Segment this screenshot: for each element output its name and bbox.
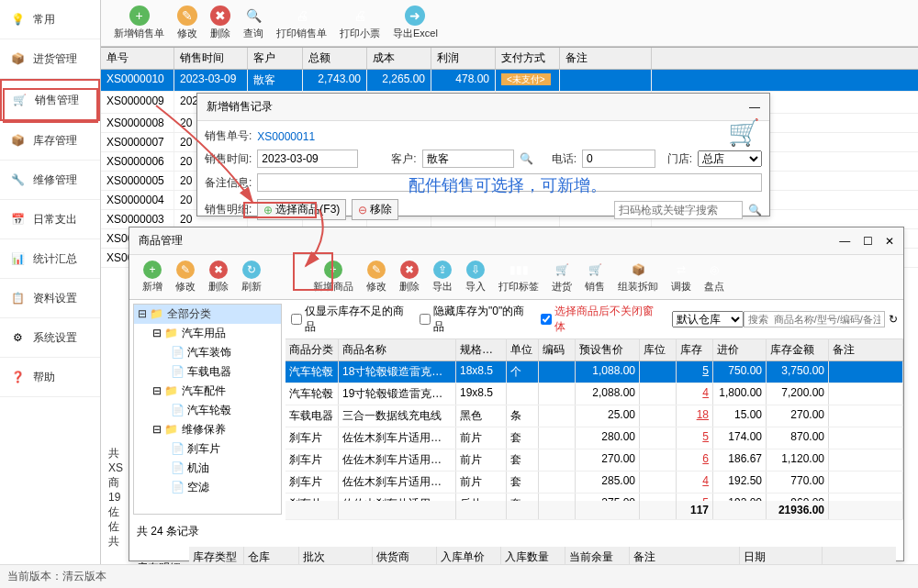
toolbar-查询[interactable]: 🔍查询 — [238, 4, 269, 42]
store-label: 门店: — [667, 151, 692, 167]
product-row[interactable]: 刹车片佐佐木刹车片适用于丰...前片套280.005174.00870.00 — [285, 427, 903, 449]
prod-tb-新增商品[interactable]: +新增商品 — [308, 259, 359, 295]
prod-tb-导入[interactable]: ⇩导入 — [460, 259, 491, 295]
tree-node[interactable]: ⊟ 📁 汽车用品 — [134, 324, 281, 343]
col-header[interactable]: 利润 — [431, 48, 496, 69]
toolbar-icon: ⇪ — [433, 261, 452, 279]
prod-tb-刷新[interactable]: ↻刷新 — [236, 259, 267, 295]
toolbar-导出Excel[interactable]: ➜导出Excel — [387, 4, 443, 42]
prod-tb-打印标签[interactable]: ▮▮▮打印标签 — [493, 259, 544, 295]
col-header[interactable]: 商品名称 — [339, 339, 456, 361]
prod-tb-修改[interactable]: ✎修改 — [361, 259, 392, 295]
toolbar-icon: ⇩ — [466, 261, 485, 279]
col-header[interactable]: 库位 — [640, 339, 677, 361]
col-header[interactable]: 库存 — [677, 339, 713, 361]
col-header[interactable]: 总额 — [303, 48, 367, 69]
product-row[interactable]: 刹车片佐佐木刹车片适用于大...前片套285.004192.50770.00 — [285, 472, 903, 494]
prod-tb-组装拆卸[interactable]: 📦组装拆卸 — [612, 259, 664, 295]
opt-hide-zero[interactable]: 隐藏库存为"0"的商品 — [420, 304, 532, 335]
refresh-icon[interactable]: ↻ — [889, 313, 898, 326]
opt-keep-open[interactable]: 选择商品后不关闭窗体 — [541, 304, 660, 335]
product-row[interactable]: 汽车轮毂18寸轮毂锻造雷克萨斯...18x8.5个1,088.005750.00… — [285, 361, 903, 383]
close-icon[interactable]: ✕ — [885, 235, 894, 248]
col-header[interactable]: 单位 — [507, 339, 539, 361]
toolbar-修改[interactable]: ✎修改 — [172, 4, 203, 42]
barcode-search-input[interactable] — [614, 201, 743, 219]
col-header[interactable]: 库存金额 — [767, 339, 829, 361]
tree-leaf[interactable]: 📄 刹车片 — [134, 439, 281, 459]
sidebar-item-3[interactable]: 📦库存管理 — [0, 121, 100, 161]
sidebar-item-4[interactable]: 🔧维修管理 — [0, 161, 100, 200]
col-header[interactable]: 预设售价 — [576, 339, 640, 361]
col-header[interactable]: 进价 — [713, 339, 767, 361]
toolbar-icon: + — [143, 261, 162, 279]
tree-leaf[interactable]: 📄 车载电器 — [134, 362, 281, 382]
tree-node[interactable]: ⊟ 📁 维修保养 — [134, 420, 281, 439]
col-header[interactable]: 规格型号 — [456, 339, 507, 361]
col-header[interactable]: 支付方式 — [496, 48, 560, 69]
search-icon[interactable]: 🔍 — [520, 152, 533, 165]
record-count: 共 24 条记录 — [137, 524, 199, 539]
tree-root[interactable]: ⊟ 📁 全部分类 — [134, 305, 281, 324]
product-row[interactable]: 刹车片佐佐木刹车片适用于丰...前片套270.006186.671,120.00 — [285, 449, 903, 472]
sidebar-item-2[interactable]: 🛒销售管理 — [0, 79, 100, 121]
tree-leaf[interactable]: 📄 机油 — [134, 459, 281, 478]
toolbar-icon: + — [324, 261, 342, 279]
sales-time-label: 销售时间: — [205, 151, 252, 167]
col-header[interactable]: 编码 — [539, 339, 576, 361]
customer-input[interactable] — [422, 150, 514, 168]
minimize-icon[interactable]: — — [749, 101, 760, 114]
warehouse-select[interactable]: 默认仓库 — [672, 311, 743, 327]
pick-product-button[interactable]: ⊕ 选择商品(F3) — [257, 199, 346, 220]
tree-leaf[interactable]: 📄 空滤 — [134, 478, 281, 497]
tel-input[interactable] — [582, 150, 655, 168]
product-row[interactable]: 汽车轮毂19寸轮毂锻造雷克萨斯...19x8.52,088.0041,800.0… — [285, 383, 903, 405]
prod-tb-删除[interactable]: ✖删除 — [394, 259, 425, 295]
opt-low-stock[interactable]: 仅显示库存不足的商品 — [291, 304, 410, 335]
store-select[interactable]: 总店 — [698, 150, 762, 167]
product-search-input[interactable] — [744, 311, 885, 327]
prod-tb-调拨[interactable]: ⇄调拨 — [666, 259, 697, 295]
sidebar-label: 销售管理 — [35, 93, 79, 108]
sales-row[interactable]: XS00000102023-03-09散客2,743.002,265.00478… — [101, 70, 918, 92]
product-row[interactable]: 车载电器三合一数据线充电线黑色条25.001815.00270.00 — [285, 405, 903, 427]
prod-tb-销售[interactable]: 🛒销售 — [579, 259, 610, 295]
category-tree[interactable]: ⊟ 📁 全部分类⊟ 📁 汽车用品📄 汽车装饰📄 车载电器⊟ 📁 汽车配件📄 汽车… — [133, 304, 282, 515]
col-header[interactable]: 销售时间 — [174, 48, 248, 69]
toolbar-打印销售单[interactable]: 🖨打印销售单 — [271, 4, 332, 42]
sidebar-item-0[interactable]: 💡常用 — [0, 0, 100, 39]
col-header[interactable]: 备注 — [829, 339, 903, 361]
search-icon[interactable]: 🔍 — [748, 204, 762, 216]
col-header[interactable]: 商品分类 — [285, 339, 339, 361]
toolbar-删除[interactable]: ✖删除 — [205, 4, 236, 42]
product-row[interactable]: 刹车片佐佐木刹车片适用于大...后片套275.005192.00960.00 — [285, 494, 903, 501]
sales-no-value: XS0000011 — [257, 130, 315, 143]
prod-tb-新增[interactable]: +新增 — [137, 259, 168, 295]
col-header[interactable]: 备注 — [560, 48, 652, 69]
toolbar-新增销售单[interactable]: +新增销售单 — [108, 4, 170, 42]
tree-node[interactable]: ⊟ 📁 汽车配件 — [134, 382, 281, 401]
prod-tb-进货[interactable]: 🛒进货 — [546, 259, 577, 295]
tree-leaf[interactable]: 📄 汽车轮毂 — [134, 401, 281, 420]
sidebar-item-6[interactable]: 📊统计汇总 — [0, 239, 100, 279]
toolbar-打印小票[interactable]: 🖨打印小票 — [334, 4, 386, 42]
product-dialog-title: 商品管理 — [139, 233, 183, 249]
minimize-icon[interactable]: — — [839, 235, 850, 248]
toolbar-icon: 🔍 — [243, 6, 263, 26]
col-header[interactable]: 单号 — [101, 48, 174, 69]
sidebar-item-8[interactable]: ⚙系统设置 — [0, 318, 100, 358]
sales-time-input[interactable] — [257, 150, 358, 168]
tree-leaf[interactable]: 📄 汽车装饰 — [134, 343, 281, 362]
col-header[interactable]: 客户 — [248, 48, 303, 69]
sidebar-item-9[interactable]: ❓帮助 — [0, 358, 100, 397]
sidebar-item-1[interactable]: 📦进货管理 — [0, 39, 100, 79]
remove-button[interactable]: ⊖ 移除 — [352, 199, 398, 220]
prod-tb-删除[interactable]: ✖删除 — [203, 259, 234, 295]
prod-tb-导出[interactable]: ⇪导出 — [427, 259, 458, 295]
prod-tb-修改[interactable]: ✎修改 — [170, 259, 201, 295]
prod-tb-盘点[interactable]: ◎盘点 — [699, 259, 730, 295]
sidebar-item-5[interactable]: 📅日常支出 — [0, 200, 100, 239]
sidebar-item-7[interactable]: 📋资料设置 — [0, 279, 100, 318]
maximize-icon[interactable]: ☐ — [863, 235, 873, 248]
col-header[interactable]: 成本 — [367, 48, 431, 69]
